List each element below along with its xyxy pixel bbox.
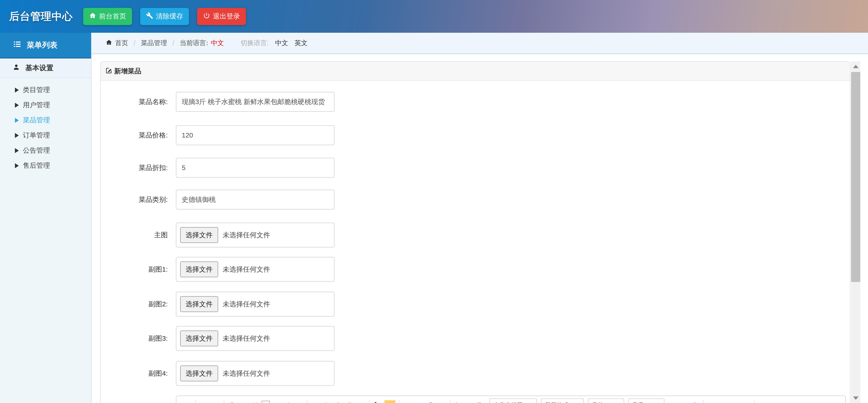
choose-file-button[interactable]: 选择文件 [180,296,218,312]
sidebar-item-label: 用户管理 [23,100,50,110]
outdent-icon[interactable]: ⇤ [667,399,677,403]
highlight-color-icon[interactable]: ab [384,400,396,403]
align-icon[interactable]: ≡ [465,399,475,403]
toolbar-separator [754,400,754,403]
paragraph-spacing-icon[interactable]: ⇅ [477,399,487,403]
sidebar-section-basic-settings[interactable]: 基本设置 [0,59,91,78]
field-label: 副图2: [101,300,168,309]
sidebar-item-orders[interactable]: 订单管理 [0,128,91,143]
format-brush-icon[interactable]: ◆ [311,399,321,403]
font-color-icon[interactable]: A [373,400,383,403]
paragraph-format-select[interactable]: 段落格式 [541,399,584,403]
sidebar-item-users[interactable]: 用户管理 [0,98,91,113]
wrench-icon [146,12,156,21]
align-justify-icon[interactable]: ≡ [741,399,751,403]
form-row: 主图选择文件未选择任何文件 [101,223,850,247]
caret-right-icon [15,163,19,168]
blockquote-icon[interactable]: ❝ [345,399,355,403]
sidebar-item-announcements[interactable]: 公告管理 [0,143,91,158]
field-label: 菜品类别: [101,195,168,204]
form-row: 菜品类别:史德镇御桃 [101,190,850,209]
align-center-icon[interactable]: ≡ [718,399,728,403]
paint-icon[interactable]: ✎ [322,399,332,403]
vertical-scrollbar[interactable] [851,61,860,403]
dish-category-input[interactable]: 史德镇御桃 [176,190,335,209]
scrollbar-thumb[interactable] [851,72,860,282]
subscript-icon[interactable]: x₂ [293,399,304,403]
front-home-button[interactable]: 前台首页 [83,8,132,25]
language-option-chinese[interactable]: 中文 [275,39,288,47]
sidebar-item-category[interactable]: 类目管理 [0,82,91,98]
custom-heading-select[interactable]: 自定义标题 [489,399,537,403]
undo-icon[interactable]: ↶ [199,399,209,403]
breadcrumb-home[interactable]: 首页 [115,39,128,47]
toolbar-separator [703,400,704,403]
current-language-label: 当前语言: [180,39,208,47]
anchor-icon[interactable]: @ [426,399,435,403]
italic-icon[interactable]: I [239,399,249,403]
switch-language-label: 切换语言: [241,39,269,47]
caret-right-icon [15,133,19,138]
caret-right-icon [15,88,19,93]
char-border-icon[interactable]: A [261,401,270,403]
sub-image-3-file-input[interactable]: 选择文件未选择任何文件 [176,326,335,351]
home-icon [89,12,99,21]
form-row: 菜品折扣:5 [101,158,850,178]
font-size-select[interactable]: 字号 [628,399,664,403]
strikethrough-icon[interactable]: abc [271,399,281,403]
sub-image-1-file-input[interactable]: 选择文件未选择任何文件 [176,257,335,282]
ordered-list-icon[interactable]: ≣ [403,399,413,403]
form-row: 副图4:选择文件未选择任何文件 [101,361,850,386]
description-editor[interactable]: HTML↶↷BIUAabcx²x₂◆✎✱❝▤Aab≣≡@▢↥≡⇅自定义标题段落格… [176,396,846,403]
sub-image-4-file-input[interactable]: 选择文件未选择任何文件 [176,361,335,386]
logout-button[interactable]: 退出登录 [197,8,246,25]
dish-name-input[interactable]: 现摘3斤 桃子水蜜桃 新鲜水果包邮脆桃硬桃现货 [176,92,335,112]
new-page-icon[interactable]: ▢ [437,399,447,403]
dish-discount-input[interactable]: 5 [176,158,335,178]
redo-icon[interactable]: ↷ [211,399,220,403]
align-right-icon[interactable]: ≡ [730,399,739,403]
paste-icon[interactable]: ▤ [356,399,366,403]
indent-icon[interactable]: ⇥ [678,399,688,403]
sidebar-item-label: 菜品管理 [23,115,50,125]
field-label: 主图 [101,231,168,240]
align-left-icon[interactable]: ≡ [707,399,717,403]
add-dish-panel: 新增菜品 菜品名称:现摘3斤 桃子水蜜桃 新鲜水果包邮脆桃硬桃现货菜品价格:12… [100,61,850,403]
form-row: 菜品名称:现摘3斤 桃子水蜜桃 新鲜水果包邮脆桃硬桃现货 [101,92,850,112]
field-label: 副图4: [101,369,168,378]
scrollbar-up-arrow[interactable] [851,61,860,71]
line-height-icon[interactable]: ↥ [454,399,464,403]
line-wrap-icon[interactable]: ⇵ [690,399,700,403]
sidebar-item-label: 公告管理 [23,146,50,155]
clear-format-icon[interactable]: ✱ [333,399,343,403]
caret-right-icon [15,118,19,123]
sidebar-item-aftersales[interactable]: 售后管理 [0,158,91,173]
app-header: 后台管理中心 前台首页 清除缓存 退出登录 [0,0,868,33]
dropdown-label: 自定义标题 [493,401,523,403]
no-file-selected-label: 未选择任何文件 [223,334,270,343]
clear-cache-button[interactable]: 清除缓存 [140,8,189,25]
add-dish-form: 菜品名称:现摘3斤 桃子水蜜桃 新鲜水果包邮脆桃硬桃现货菜品价格:120菜品折扣… [101,81,850,403]
source-icon[interactable]: HTML [180,399,192,403]
choose-file-button[interactable]: 选择文件 [180,331,218,346]
choose-file-button[interactable]: 选择文件 [180,366,218,381]
font-family-select[interactable]: 字体 [588,399,624,403]
sidebar-item-dishes[interactable]: 菜品管理 [0,113,91,128]
choose-file-button[interactable]: 选择文件 [180,262,218,277]
underline-icon[interactable]: U [250,399,260,403]
dropdown-label: 字体 [592,401,604,403]
dish-price-input[interactable]: 120 [176,125,335,145]
bold-icon[interactable]: B [228,399,238,403]
toolbar-separator [399,400,399,403]
field-label: 菜品价格: [101,131,168,140]
table-icon[interactable]: ▦ [758,399,768,403]
scrollbar-down-arrow[interactable] [851,393,860,403]
sub-image-2-file-input[interactable]: 选择文件未选择任何文件 [176,292,335,316]
language-option-english[interactable]: 英文 [294,39,308,47]
choose-file-button[interactable]: 选择文件 [180,227,218,243]
dropdown-label: 字号 [632,401,644,403]
main-image-file-input[interactable]: 选择文件未选择任何文件 [176,223,335,247]
superscript-icon[interactable]: x² [282,399,292,403]
unordered-list-icon[interactable]: ≡ [414,399,424,403]
breadcrumb-section[interactable]: 菜品管理 [141,39,167,47]
